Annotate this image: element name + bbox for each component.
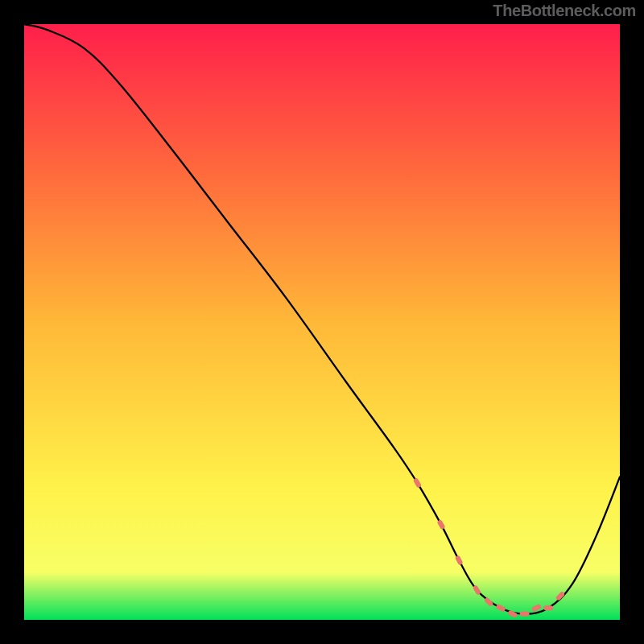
plot-frame — [24, 24, 620, 620]
watermark-text: TheBottleneck.com — [493, 2, 636, 20]
plot-svg — [24, 24, 620, 620]
sweet-spot-marker — [520, 612, 530, 617]
gradient-background — [24, 24, 620, 620]
chart-container: TheBottleneck.com — [0, 0, 644, 644]
sweet-spot-marker — [543, 605, 553, 610]
